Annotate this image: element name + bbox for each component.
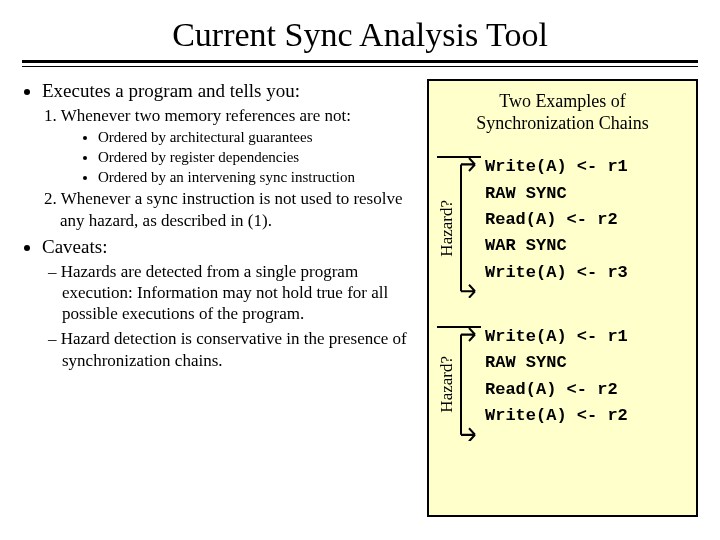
panel-title: Two Examples of Synchronization Chains [437, 91, 688, 134]
numbered-item-1: 1. Whenever two memory references are no… [60, 105, 417, 126]
code1-l3: Read(A) <- r2 [485, 210, 618, 229]
content-columns: Executes a program and tells you: 1. Whe… [22, 79, 698, 517]
numbered-item-2: 2. Whenever a sync instruction is not us… [60, 188, 417, 231]
example-2: Hazard? Write(A) <- r1 RAW SYNC Read(A) … [437, 312, 688, 441]
divider-thin [22, 66, 698, 67]
code-block-2: Write(A) <- r1 RAW SYNC Read(A) <- r2 Wr… [481, 312, 628, 441]
divider-thick [22, 60, 698, 63]
panel-title-line1: Two Examples of [499, 91, 626, 111]
sub-bullet-sync: Ordered by an intervening sync instructi… [98, 168, 417, 187]
hazard-label-1: Hazard? [437, 200, 457, 257]
right-column: Two Examples of Synchronization Chains H… [427, 79, 698, 517]
code-block-1: Write(A) <- r1 RAW SYNC Read(A) <- r2 WA… [481, 142, 628, 298]
left-column: Executes a program and tells you: 1. Whe… [22, 79, 417, 517]
code2-l3: Read(A) <- r2 [485, 380, 618, 399]
page-title: Current Sync Analysis Tool [22, 16, 698, 54]
code1-l1: Write(A) <- r1 [485, 157, 628, 176]
bullet-caveats: Caveats: [42, 235, 417, 259]
code1-l5: Write(A) <- r3 [485, 263, 628, 282]
dash-item-2: – Hazard detection is conservative in th… [62, 328, 417, 371]
panel-title-line2: Synchronization Chains [476, 113, 648, 133]
code2-l2: RAW SYNC [485, 353, 567, 372]
example-1: Hazard? Write(A) <- r1 RAW SYNC Read(A) … [437, 142, 688, 298]
code2-l4: Write(A) <- r2 [485, 406, 628, 425]
code1-l4: WAR SYNC [485, 236, 567, 255]
arrow-bracket-icon [457, 158, 477, 298]
code2-l1: Write(A) <- r1 [485, 327, 628, 346]
arrow-bracket-icon [457, 328, 477, 441]
hazard-annotation-1: Hazard? [437, 156, 481, 298]
sub-bullet-register: Ordered by register dependencies [98, 148, 417, 167]
examples-panel: Two Examples of Synchronization Chains H… [427, 79, 698, 517]
sub-bullet-arch: Ordered by architectural guarantees [98, 128, 417, 147]
code1-l2: RAW SYNC [485, 184, 567, 203]
bullet-executes: Executes a program and tells you: [42, 79, 417, 103]
hazard-label-2: Hazard? [437, 356, 457, 413]
dash-item-1: – Hazards are detected from a single pro… [62, 261, 417, 325]
hazard-annotation-2: Hazard? [437, 326, 481, 441]
